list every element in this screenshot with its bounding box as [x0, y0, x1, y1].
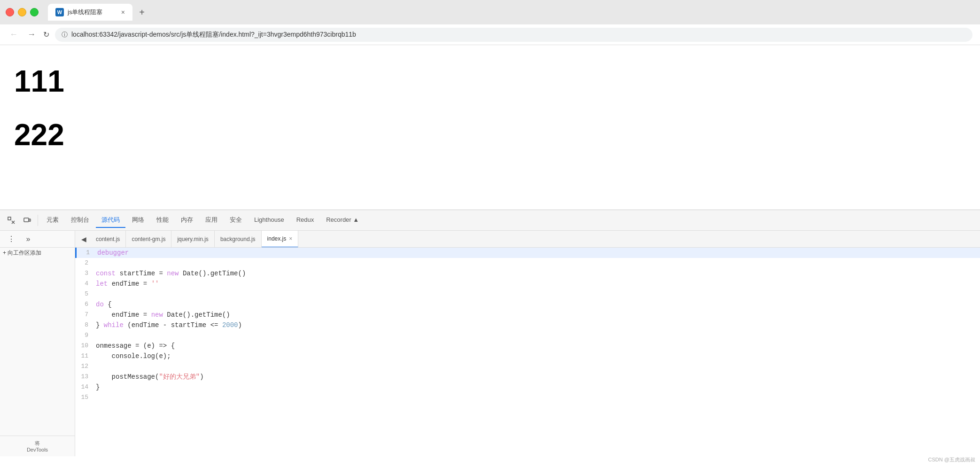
code-line-6: 6 do { [75, 299, 980, 310]
tab-network[interactable]: 网络 [126, 213, 150, 228]
line-number: 1 [77, 248, 95, 258]
code-line-4: 4 let endTime = '' [75, 279, 980, 289]
sidebar-footer-text-2: DevTools [4, 447, 71, 452]
code-line-13: 13 postMessage("好的大兄弟") [75, 372, 980, 382]
title-bar: W js单线程阻塞 × + [0, 0, 980, 24]
line-content: const startTime = new Date().getTime() [94, 268, 246, 279]
lock-icon: ⓘ [62, 31, 68, 39]
line-content: } while (endTime - startTime <= 2000) [94, 320, 242, 330]
devtools-tab-bar: 元素 控制台 源代码 网络 性能 内存 应用 安全 Lighthouse Red… [0, 210, 980, 231]
tab-redux[interactable]: Redux [291, 213, 320, 227]
tab-memory[interactable]: 内存 [175, 213, 199, 228]
url-text: localhost:63342/javascript-demos/src/js单… [71, 31, 356, 39]
inspect-element-icon[interactable] [4, 213, 19, 228]
svg-rect-1 [24, 218, 29, 222]
svg-rect-2 [29, 219, 31, 221]
maximize-button[interactable] [30, 8, 39, 16]
line-content: let endTime = '' [94, 279, 159, 289]
tab-label: js单线程阻塞 [68, 8, 102, 16]
devtools-panel: 元素 控制台 源代码 网络 性能 内存 应用 安全 Lighthouse Red… [0, 210, 980, 456]
code-line-3: 3 const startTime = new Date().getTime() [75, 268, 980, 279]
watermark: CSDN @五虎战画叔 [928, 456, 975, 463]
code-line-7: 7 endTime = new Date().getTime() [75, 310, 980, 320]
devtools-sidebar-footer: 将 DevTools [0, 436, 75, 456]
tab-sources[interactable]: 源代码 [96, 213, 125, 228]
traffic-lights [6, 8, 39, 16]
line-content [94, 289, 100, 299]
line-content [94, 392, 100, 403]
line-number: 4 [75, 279, 94, 289]
url-bar[interactable]: ⓘ localhost:63342/javascript-demos/src/j… [55, 28, 972, 42]
code-line-12: 12 [75, 361, 980, 372]
tab-close-button[interactable]: × [121, 8, 125, 16]
code-line-11: 11 console.log(e); [75, 351, 980, 361]
line-content [94, 330, 100, 341]
line-number: 7 [75, 310, 94, 320]
line-number: 2 [75, 258, 94, 268]
tab-recorder[interactable]: Recorder ▲ [320, 213, 365, 227]
tab-elements[interactable]: 元素 [41, 213, 64, 228]
tab-application[interactable]: 应用 [200, 213, 223, 228]
file-tab-content-js[interactable]: content.js [90, 231, 126, 248]
code-line-5: 5 [75, 289, 980, 299]
line-content: } [94, 382, 100, 392]
code-editor[interactable]: 1 debugger 2 3 const startTime = new Dat… [75, 248, 980, 456]
file-tab-jquery-min-js[interactable]: jquery.min.js [171, 231, 214, 248]
file-tabs-bar: ◀ content.js content-gm.js jquery.min.js… [75, 231, 980, 248]
sidebar-footer-text-1: 将 [4, 440, 71, 447]
line-number: 15 [75, 392, 94, 403]
file-tab-close-icon[interactable]: × [289, 235, 292, 242]
line-number: 5 [75, 289, 94, 299]
address-bar: ← → ↻ ⓘ localhost:63342/javascript-demos… [0, 24, 980, 45]
code-line-10: 10 onmessage = (e) => { [75, 341, 980, 351]
code-line-9: 9 [75, 330, 980, 341]
forward-button[interactable]: → [25, 28, 38, 41]
line-number: 9 [75, 330, 94, 341]
minimize-button[interactable] [18, 8, 26, 16]
tab-lighthouse[interactable]: Lighthouse [249, 213, 290, 227]
page-heading-2: 222 [14, 117, 966, 152]
device-toolbar-icon[interactable] [20, 213, 35, 228]
close-button[interactable] [6, 8, 14, 16]
file-tab-content-gm-js[interactable]: content-gm.js [126, 231, 171, 248]
file-tab-label: content.js [96, 236, 120, 242]
line-content [94, 361, 100, 372]
line-content: debugger [95, 248, 129, 258]
add-to-workspace-label: + 向工作区添加 [3, 249, 41, 257]
tab-bar: W js单线程阻塞 × + [48, 4, 148, 21]
active-tab[interactable]: W js单线程阻塞 × [48, 4, 132, 21]
new-tab-button[interactable]: + [135, 6, 148, 19]
code-line-2: 2 [75, 258, 980, 268]
file-tab-nav-back[interactable]: ◀ [77, 233, 90, 246]
file-tab-label: background.js [220, 236, 256, 242]
line-content: endTime = new Date().getTime() [94, 310, 230, 320]
line-content: do { [94, 299, 112, 310]
line-number: 10 [75, 341, 94, 351]
file-tab-background-js[interactable]: background.js [215, 231, 262, 248]
line-content: onmessage = (e) => { [94, 341, 175, 351]
tab-security[interactable]: 安全 [224, 213, 248, 228]
tab-separator [38, 215, 38, 226]
file-tab-label: index.js [267, 235, 287, 242]
add-to-workspace-button[interactable]: + 向工作区添加 [0, 248, 75, 258]
code-line-14: 14 } [75, 382, 980, 392]
svg-rect-0 [8, 217, 11, 220]
file-tab-index-js[interactable]: index.js × [262, 231, 299, 248]
devtools-body: ⋮ » + 向工作区添加 将 DevTools ◀ content.js [0, 231, 980, 456]
page-heading-1: 111 [14, 64, 966, 99]
file-tab-label: jquery.min.js [177, 236, 208, 242]
devtools-main: ◀ content.js content-gm.js jquery.min.js… [75, 231, 980, 456]
reload-button[interactable]: ↻ [43, 30, 49, 39]
tab-favicon: W [55, 8, 64, 16]
line-content [94, 258, 100, 268]
line-content: postMessage("好的大兄弟") [94, 372, 204, 382]
tab-console[interactable]: 控制台 [65, 213, 95, 228]
expand-icon[interactable]: » [21, 232, 36, 247]
tab-performance[interactable]: 性能 [151, 213, 174, 228]
line-number: 11 [75, 351, 94, 361]
back-button[interactable]: ← [8, 28, 20, 41]
more-options-icon[interactable]: ⋮ [4, 232, 19, 247]
devtools-sidebar: ⋮ » + 向工作区添加 将 DevTools [0, 231, 75, 456]
code-line-8: 8 } while (endTime - startTime <= 2000) [75, 320, 980, 330]
line-number: 8 [75, 320, 94, 330]
